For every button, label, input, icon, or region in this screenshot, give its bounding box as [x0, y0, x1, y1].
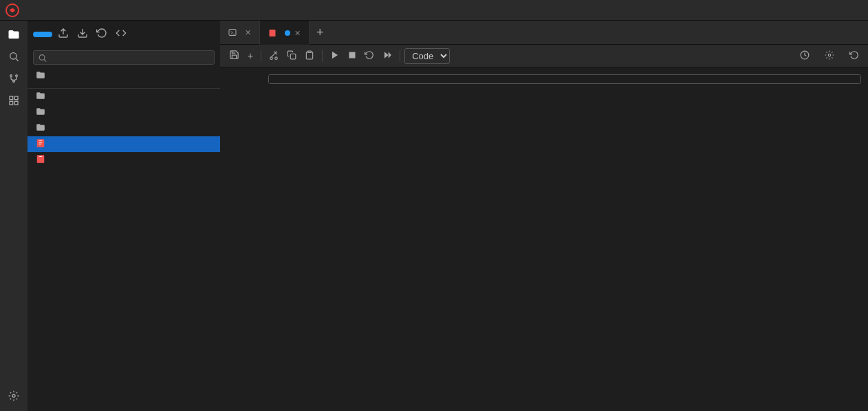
tab-add-button[interactable]: +: [310, 25, 331, 40]
iconbar-settings-bottom[interactable]: [4, 386, 23, 405]
restart-button[interactable]: [361, 48, 378, 64]
notebook-icon: [36, 138, 45, 150]
svg-point-5: [13, 81, 15, 83]
folder-icon: [36, 70, 45, 80]
file-item-notebook[interactable]: [28, 136, 220, 152]
iconbar-search[interactable]: [4, 47, 23, 66]
kernel-refresh-button[interactable]: [846, 48, 862, 64]
tab-notebook[interactable]: ✕: [260, 21, 310, 45]
git-action-button[interactable]: [113, 25, 129, 43]
file-item-models[interactable]: [28, 89, 220, 105]
iconbar-puzzle[interactable]: [4, 91, 23, 110]
iconbar-git[interactable]: [4, 69, 23, 88]
svg-point-36: [828, 54, 831, 56]
refresh-button[interactable]: [94, 25, 110, 43]
file-toolbar: [28, 21, 220, 48]
cell-output-table: [269, 75, 860, 83]
menu-kernel[interactable]: [74, 9, 85, 12]
iconbar-folder[interactable]: [4, 25, 23, 44]
file-item-tutorials[interactable]: [28, 120, 220, 136]
svg-rect-11: [14, 96, 18, 100]
folder-icon: [36, 107, 45, 118]
cell-area: [220, 67, 868, 411]
search-input[interactable]: [47, 52, 210, 63]
svg-point-1: [10, 53, 17, 59]
svg-point-3: [10, 75, 12, 77]
svg-point-27: [275, 56, 278, 59]
new-file-button[interactable]: [33, 32, 52, 37]
svg-rect-21: [37, 155, 45, 163]
file-list-header: [28, 83, 220, 89]
svg-rect-10: [10, 96, 13, 100]
paste-button[interactable]: [301, 48, 318, 64]
svg-marker-33: [384, 52, 389, 58]
svg-line-16: [44, 59, 46, 61]
python-icon: [36, 154, 45, 166]
clock-button[interactable]: [796, 48, 813, 64]
svg-line-7: [11, 79, 14, 80]
cell-table: [227, 74, 861, 84]
toolbar-separator-1: [261, 50, 261, 62]
cell-gutter: [227, 74, 268, 84]
notebook-toolbar: +: [220, 45, 868, 67]
menu-edit[interactable]: [37, 9, 48, 12]
menu-help[interactable]: [124, 9, 135, 12]
menu-git[interactable]: [87, 9, 98, 12]
menu-run[interactable]: [62, 9, 73, 12]
icon-bar: [0, 21, 28, 411]
gear-button[interactable]: [821, 48, 838, 64]
svg-line-2: [16, 59, 19, 61]
svg-line-28: [271, 54, 274, 56]
terminal-icon: [228, 28, 237, 36]
tab-bar: ✕ ✕ +: [220, 21, 868, 45]
tab-terminal-close[interactable]: ✕: [245, 28, 251, 37]
svg-rect-17: [37, 139, 45, 147]
file-panel: [28, 21, 220, 411]
cell-content-table[interactable]: [268, 74, 861, 84]
download-button[interactable]: [74, 25, 91, 43]
folder-icon: [36, 91, 45, 103]
tab-terminal[interactable]: ✕: [220, 21, 260, 45]
save-button[interactable]: [226, 48, 243, 64]
svg-rect-12: [10, 101, 13, 105]
svg-rect-25: [270, 30, 276, 36]
stop-button[interactable]: [345, 48, 360, 63]
svg-rect-32: [349, 52, 356, 59]
menu-settings[interactable]: [111, 9, 122, 12]
tab-notebook-close[interactable]: ✕: [294, 29, 301, 38]
folder-icon: [36, 123, 45, 134]
notebook-tab-icon: [268, 29, 276, 37]
svg-rect-13: [14, 101, 18, 105]
svg-marker-31: [332, 51, 338, 59]
file-list: [28, 89, 220, 411]
cell-type-select[interactable]: Code: [404, 48, 450, 64]
upload-button[interactable]: [55, 25, 72, 43]
tab-modified-dot: [285, 30, 290, 36]
path-bar: [28, 67, 220, 83]
svg-line-9: [14, 79, 17, 80]
menu-view[interactable]: [50, 9, 61, 12]
copy-button[interactable]: [283, 48, 300, 64]
toolbar-separator-3: [400, 50, 400, 62]
toolbar-right: [796, 48, 862, 64]
svg-point-14: [12, 394, 15, 397]
cut-button[interactable]: [265, 48, 282, 64]
svg-marker-34: [389, 52, 391, 58]
app-logo: [6, 3, 19, 17]
file-item-python[interactable]: [28, 152, 220, 168]
svg-point-15: [39, 54, 45, 60]
search-icon: [38, 53, 47, 63]
svg-point-4: [16, 75, 18, 77]
toolbar-separator-2: [322, 50, 323, 62]
menu-file[interactable]: [25, 9, 36, 12]
run-button[interactable]: [327, 48, 343, 64]
menu-bar: [0, 0, 868, 21]
svg-rect-29: [290, 54, 296, 59]
search-bar: [28, 48, 220, 67]
svg-rect-30: [308, 51, 312, 52]
fast-forward-button[interactable]: [379, 48, 395, 64]
notebook-area: ✕ ✕ + +: [220, 21, 868, 411]
add-cell-button[interactable]: +: [244, 48, 257, 63]
file-item-src[interactable]: [28, 105, 220, 120]
menu-tabs[interactable]: [99, 9, 110, 12]
